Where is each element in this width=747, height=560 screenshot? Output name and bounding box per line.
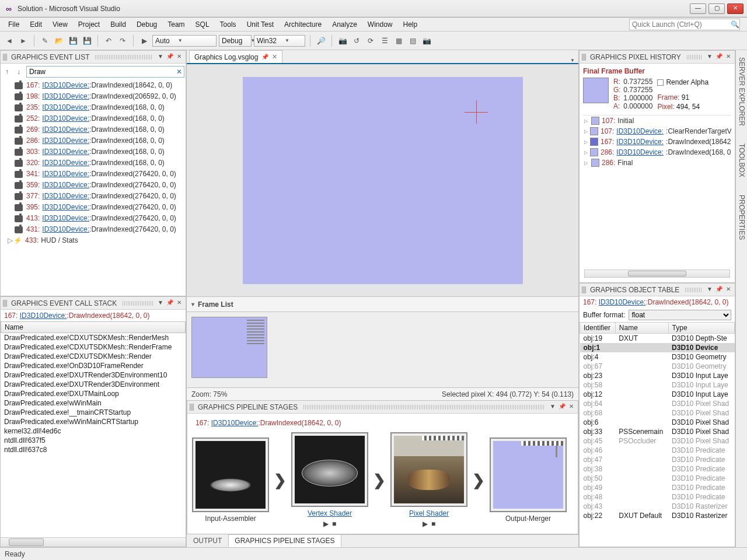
event-row[interactable]: 269: ID3D10Device::DrawIndexed(168, 0, 0… — [1, 124, 186, 135]
device-link[interactable]: ID3D10Device: — [616, 127, 664, 135]
save-icon[interactable]: 💾 — [67, 35, 79, 47]
device-link[interactable]: ID3D10Device: — [20, 312, 67, 320]
device-link[interactable]: ID3D10Device: — [42, 114, 89, 124]
pin-icon[interactable]: 📌 — [715, 53, 723, 61]
event-row[interactable]: 320: ID3D10Device::DrawIndexed(168, 0, 0… — [1, 158, 186, 169]
close-icon[interactable]: ✕ — [175, 53, 183, 61]
menu-unit-test[interactable]: Unit Test — [242, 19, 278, 30]
grid-icon[interactable]: ▦ — [393, 35, 404, 47]
down-arrow-icon[interactable]: ↓ — [15, 68, 23, 76]
dropdown-icon[interactable]: ▼ — [156, 53, 165, 61]
platform-combo[interactable]: Win32▼ — [254, 35, 305, 47]
device-link[interactable]: ID3D10Device: — [42, 158, 89, 168]
event-row[interactable]: 235: ID3D10Device::DrawIndexed(168, 0, 0… — [1, 102, 186, 113]
up-arrow-icon[interactable]: ↑ — [3, 68, 11, 76]
device-link[interactable]: ID3D10Device: — [42, 180, 89, 190]
tab-graphics-log[interactable]: Graphics Log.vsglog 📌 ✕ — [189, 50, 282, 63]
sidetab-toolbox[interactable]: TOOLBOX — [736, 140, 747, 181]
stage-input-assembler[interactable]: Input-Assembler — [192, 438, 269, 523]
device-link[interactable]: ID3D10Device: — [42, 169, 89, 179]
callstack-row[interactable]: DrawPredicated.exe!wWinMainCRTStartup — [1, 417, 186, 426]
table-row[interactable]: obj:67D3D10 Geometry — [580, 362, 735, 371]
pin-icon[interactable]: 📌 — [261, 54, 268, 60]
menu-window[interactable]: Window — [363, 19, 397, 30]
play-icon[interactable]: ▶ — [423, 520, 428, 528]
expand-icon[interactable]: ▷ — [584, 139, 588, 145]
event-row[interactable]: 431: ID3D10Device::DrawIndexed(276420, 0… — [1, 224, 186, 235]
menu-debug[interactable]: Debug — [132, 19, 162, 30]
callstack-row[interactable]: DrawPredicated.exe!CDXUTSDKMesh::RenderF… — [1, 342, 186, 352]
tab-pipeline-stages[interactable]: GRAPHICS PIPELINE STAGES — [228, 534, 341, 547]
build-config-combo[interactable]: Debug▼ — [219, 35, 252, 47]
open-icon[interactable]: 📂 — [53, 35, 65, 47]
event-row[interactable]: 395: ID3D10Device::DrawIndexed(276420, 0… — [1, 202, 186, 213]
callstack-row[interactable]: DrawPredicated.exe!DXUTMainLoop — [1, 389, 186, 398]
close-button[interactable]: ✕ — [727, 4, 743, 14]
frame-thumbnail[interactable] — [191, 317, 267, 378]
event-row[interactable]: 286: ID3D10Device::DrawIndexed(168, 0, 0… — [1, 135, 186, 146]
stage-pixel-shader[interactable]: Pixel Shader ▶■ — [390, 432, 467, 528]
menu-help[interactable]: Help — [399, 19, 423, 30]
pixel-history-row[interactable]: ▷107: Initial — [583, 116, 731, 126]
pixel-history-row[interactable]: ▷167: ID3D10Device::DrawIndexed(18642, 0… — [583, 136, 731, 147]
device-link[interactable]: ID3D10Device: — [42, 80, 89, 90]
callstack-row[interactable]: DrawPredicated.exe!DXUTRender3DEnvironme… — [1, 380, 186, 389]
column-header[interactable]: Identifier — [580, 323, 616, 334]
callstack-row[interactable]: DrawPredicated.exe!OnD3D10FrameRender — [1, 361, 186, 370]
column-header[interactable]: Name — [615, 323, 668, 334]
pin-icon[interactable]: 📌 — [715, 286, 723, 294]
capture-icon[interactable]: 📷 — [337, 35, 348, 47]
table-row[interactable]: obj:49D3D10 Predicate — [580, 483, 735, 492]
table-row[interactable]: obj:47D3D10 Predicate — [580, 455, 735, 464]
menu-build[interactable]: Build — [106, 19, 131, 30]
menu-view[interactable]: View — [48, 19, 72, 30]
start-icon[interactable]: ▶ — [138, 35, 150, 47]
expand-icon[interactable]: ▷ — [584, 150, 588, 155]
pixel-history-row[interactable]: ▷107: ID3D10Device::ClearRenderTargetVie… — [583, 126, 731, 136]
sidetab-server-explorer[interactable]: SERVER EXPLORER — [736, 54, 747, 130]
table-row[interactable]: obj:6D3D10 Pixel Shad — [580, 418, 735, 427]
pin-icon[interactable]: 📌 — [558, 403, 566, 411]
table-row[interactable]: obj:23D3D10 Input Laye — [580, 371, 735, 380]
play-icon[interactable]: ▶ — [323, 520, 329, 528]
undo-icon[interactable]: ↶ — [103, 35, 114, 47]
menu-edit[interactable]: Edit — [25, 19, 47, 30]
save-all-icon[interactable]: 💾 — [81, 35, 93, 47]
redo-icon[interactable]: ↷ — [117, 35, 128, 47]
list-icon[interactable]: ☰ — [379, 35, 390, 47]
maximize-button[interactable]: ▢ — [708, 4, 725, 14]
table-row[interactable]: obj:68D3D10 Pixel Shad — [580, 408, 735, 418]
table-row[interactable]: obj:46D3D10 Predicate — [580, 446, 735, 455]
dropdown-icon[interactable]: ▼ — [549, 403, 557, 411]
table-row[interactable]: obj:12D3D10 Input Laye — [580, 390, 735, 399]
quick-launch-input[interactable] — [630, 19, 730, 30]
callstack-row[interactable]: kernel32.dll!4ed6c — [1, 426, 186, 436]
table-row[interactable]: obj:50D3D10 Predicate — [580, 474, 735, 483]
device-link[interactable]: ID3D10Device: — [42, 214, 89, 223]
pin-icon[interactable]: 📌 — [166, 53, 174, 61]
h-scrollbar[interactable] — [1, 537, 186, 547]
device-link[interactable]: ID3D10Device: — [42, 103, 89, 113]
device-link[interactable]: ID3D10Device: — [42, 147, 89, 157]
callstack-row[interactable]: DrawPredicated.exe!DXUTRender3DEnvironme… — [1, 370, 186, 380]
table-row[interactable]: obj:43D3D10 Rasterizer — [580, 502, 735, 511]
column-header[interactable]: Type — [668, 323, 734, 334]
event-row[interactable]: 198: ID3D10Device::DrawIndexed(206592, 0… — [1, 91, 186, 102]
expand-icon[interactable]: ▷ — [584, 118, 589, 124]
object-table[interactable]: IdentifierNameType obj:19DXUTD3D10 Depth… — [580, 322, 735, 520]
table-row[interactable]: obj:45PSOccluderD3D10 Pixel Shad — [580, 436, 735, 446]
minimize-button[interactable]: — — [690, 4, 706, 14]
table-row[interactable]: obj:19DXUTD3D10 Depth-Ste — [580, 334, 735, 344]
event-row[interactable]: 167: ID3D10Device::DrawIndexed(18642, 0,… — [1, 80, 186, 91]
h-scrollbar[interactable] — [584, 270, 730, 278]
device-link[interactable]: ID3D10Device: — [42, 125, 89, 135]
pixel-history-row[interactable]: ▷286: Final — [583, 158, 731, 168]
menu-tools[interactable]: Tools — [215, 19, 241, 30]
callstack-row[interactable]: DrawPredicated.exe!CDXUTSDKMesh::Render — [1, 352, 186, 361]
event-row[interactable]: 252: ID3D10Device::DrawIndexed(168, 0, 0… — [1, 113, 186, 124]
table-row[interactable]: obj:1D3D10 Device — [580, 343, 735, 352]
sidetab-properties[interactable]: PROPERTIES — [736, 191, 747, 243]
callstack-row[interactable]: DrawPredicated.exe!wWinMain — [1, 398, 186, 408]
table-row[interactable]: obj:58D3D10 Input Laye — [580, 380, 735, 390]
device-link[interactable]: ID3D10Device: — [42, 225, 89, 235]
